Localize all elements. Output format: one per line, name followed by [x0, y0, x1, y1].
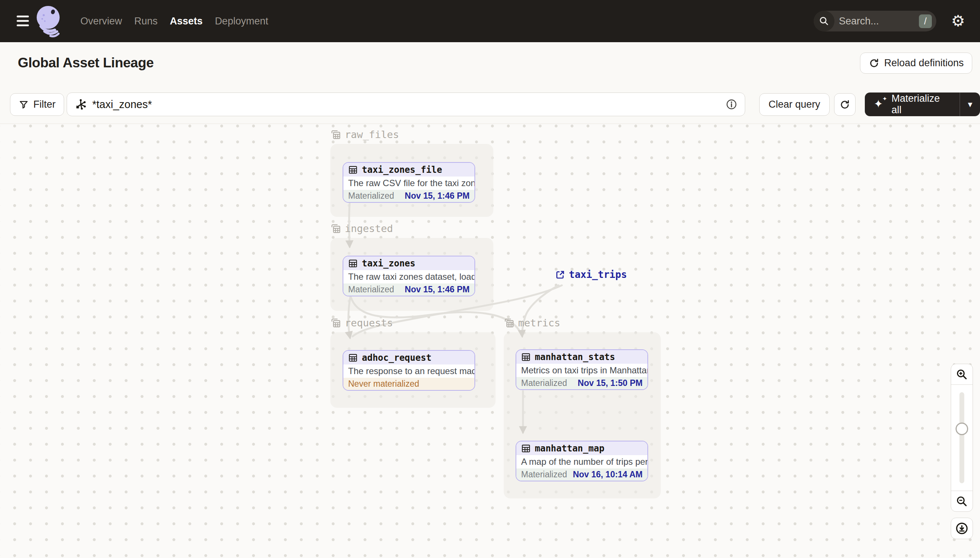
asset-description: Metrics on taxi trips in Manhattan — [516, 364, 647, 377]
group-label-ingested[interactable]: ingested — [330, 223, 393, 234]
group-tables-icon — [330, 129, 341, 140]
external-asset-link-taxi_trips[interactable]: taxi_trips — [555, 269, 627, 280]
reload-definitions-button[interactable]: Reload definitions — [860, 53, 972, 74]
status-label: Materialized — [521, 469, 567, 479]
table-icon — [521, 352, 531, 362]
group-name: raw_files — [345, 129, 399, 140]
filter-button[interactable]: Filter — [10, 93, 64, 116]
status-timestamp[interactable]: Nov 15, 1:50 PM — [578, 378, 642, 388]
asset-node-manhattan_map[interactable]: manhattan_map A map of the number of tri… — [516, 441, 648, 481]
asset-node-manhattan_stats[interactable]: manhattan_stats Metrics on taxi trips in… — [516, 349, 648, 390]
zoom-slider-track — [960, 392, 964, 483]
asset-node-header: taxi_zones — [343, 256, 474, 270]
page-title: Global Asset Lineage — [18, 55, 154, 71]
primary-nav: OverviewRunsAssetsDeployment — [81, 0, 268, 42]
filter-label: Filter — [33, 99, 56, 110]
status-label: Materialized — [348, 191, 394, 201]
nav-item-assets[interactable]: Assets — [170, 16, 203, 27]
asset-status-bar: Materialized Nov 15, 1:46 PM — [343, 284, 474, 295]
edge-taxi_zones-to-manhattan_stats — [351, 297, 522, 335]
external-asset-name: taxi_trips — [569, 269, 627, 280]
lineage-edges — [0, 124, 980, 558]
asset-node-header: manhattan_stats — [516, 350, 647, 364]
page-header: Global Asset Lineage Reload definitions — [0, 42, 980, 83]
asset-status-bar: Materialized Nov 15, 1:50 PM — [516, 377, 647, 389]
lineage-canvas[interactable]: raw_filesingestedrequestsmetrics taxi_zo… — [0, 124, 980, 558]
table-icon — [348, 165, 358, 175]
recenter-view-button[interactable] — [951, 518, 973, 539]
asset-name: taxi_zones — [362, 258, 415, 269]
reload-icon — [868, 58, 880, 69]
external-link-icon — [555, 270, 565, 280]
materialize-all-button[interactable]: ✦ ✦ Materialize all — [865, 92, 960, 116]
group-tables-icon — [330, 317, 341, 328]
asset-description: The raw CSV file for the taxi zones dat.… — [343, 177, 474, 190]
materialize-options-button[interactable]: ▾ — [960, 92, 980, 116]
table-icon — [348, 353, 358, 363]
search-shortcut-badge: / — [919, 15, 932, 28]
asset-node-taxi_zones[interactable]: taxi_zones The raw taxi zones dataset, l… — [343, 256, 475, 296]
asset-status-bar: Materialized Nov 15, 1:46 PM — [343, 190, 474, 202]
status-timestamp[interactable]: Nov 15, 1:46 PM — [405, 284, 469, 295]
dagster-logo[interactable] — [35, 5, 64, 38]
group-name: metrics — [518, 317, 560, 328]
clear-query-button[interactable]: Clear query — [759, 93, 830, 116]
asset-status-bar: Materialized Nov 16, 10:14 AM — [516, 468, 647, 481]
search-input[interactable] — [839, 16, 919, 27]
nav-item-runs[interactable]: Runs — [135, 16, 158, 27]
zoom-slider — [951, 384, 973, 491]
recenter-icon — [955, 521, 969, 535]
nav-item-overview[interactable]: Overview — [81, 16, 122, 27]
table-icon — [521, 444, 531, 453]
menu-hamburger-icon[interactable] — [16, 16, 29, 26]
group-name: ingested — [345, 223, 393, 234]
group-label-requests[interactable]: requests — [330, 317, 393, 328]
asset-selection-input-wrap — [67, 92, 745, 116]
lineage-toolbar: Filter Clear query ✦ ✦ Mater — [0, 83, 980, 124]
search-icon — [814, 11, 835, 31]
group-label-metrics[interactable]: metrics — [504, 317, 560, 328]
group-tables-icon — [504, 317, 514, 328]
asset-selection-input[interactable] — [92, 98, 720, 111]
caret-down-icon: ▾ — [968, 99, 972, 110]
table-icon — [348, 259, 358, 268]
status-label: Materialized — [521, 378, 567, 388]
refresh-graph-button[interactable] — [834, 93, 856, 116]
asset-node-adhoc_request[interactable]: adhoc_request The response to an request… — [343, 350, 475, 391]
status-timestamp[interactable]: Nov 15, 1:46 PM — [405, 191, 469, 201]
group-name: requests — [345, 317, 393, 328]
status-label: Materialized — [348, 284, 394, 295]
zoom-out-button[interactable] — [951, 491, 973, 511]
asset-node-header: taxi_zones_file — [343, 163, 474, 177]
asset-description: A map of the number of trips per taxi z.… — [516, 455, 647, 468]
asset-status-bar: Never materialized — [343, 378, 474, 390]
asset-description: The response to an request made in th... — [343, 364, 474, 378]
asset-node-header: manhattan_map — [516, 441, 647, 455]
nav-item-deployment[interactable]: Deployment — [215, 16, 268, 27]
settings-gear-icon[interactable]: ⚙ — [951, 12, 965, 30]
asset-name: adhoc_request — [362, 353, 432, 363]
asset-name: manhattan_map — [535, 443, 604, 454]
clear-query-label: Clear query — [769, 99, 820, 110]
zoom-slider-handle[interactable] — [955, 423, 968, 435]
status-label: Never materialized — [348, 379, 419, 389]
zoom-in-button[interactable] — [951, 364, 973, 384]
global-search[interactable]: / — [814, 11, 936, 31]
asset-name: taxi_zones_file — [362, 165, 442, 175]
group-label-raw_files[interactable]: raw_files — [330, 129, 399, 140]
group-tables-icon — [330, 223, 341, 234]
query-info-icon[interactable] — [726, 98, 738, 110]
asset-name: manhattan_stats — [535, 352, 615, 362]
top-nav: OverviewRunsAssetsDeployment / ⚙ — [0, 0, 980, 42]
status-timestamp[interactable]: Nov 16, 10:14 AM — [573, 469, 642, 479]
sparkle-icon: ✦ ✦ — [874, 98, 887, 111]
asset-node-taxi_zones_file[interactable]: taxi_zones_file The raw CSV file for the… — [343, 162, 475, 203]
materialize-split-button: ✦ ✦ Materialize all ▾ — [865, 92, 980, 116]
asset-description: The raw taxi zones dataset, loaded int..… — [343, 270, 474, 284]
filter-funnel-icon — [18, 100, 29, 110]
asset-graph-query-icon — [74, 98, 87, 111]
zoom-panel — [951, 364, 973, 512]
asset-node-header: adhoc_request — [343, 351, 474, 364]
materialize-all-label: Materialize all — [891, 93, 951, 116]
refresh-icon — [839, 99, 850, 110]
